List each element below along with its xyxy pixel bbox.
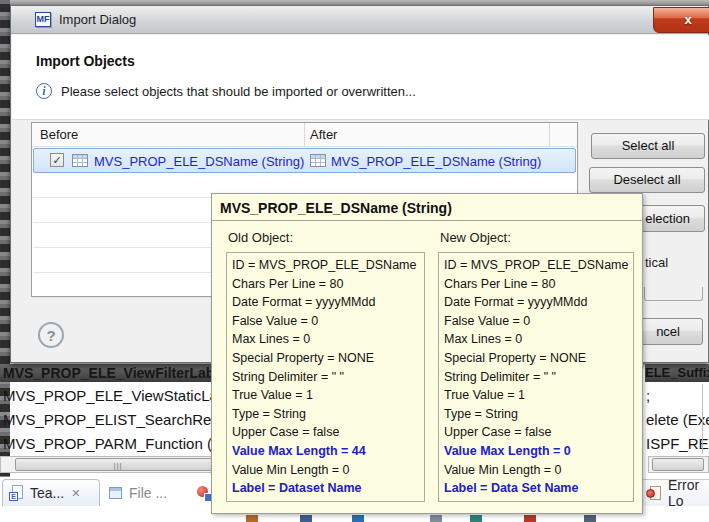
property-line: String Delimiter = " " (232, 368, 419, 387)
error-log-icon (647, 485, 663, 501)
object-type-icon (72, 154, 88, 167)
tab-label: File ... (129, 485, 167, 501)
column-header-before[interactable]: Before (40, 127, 78, 142)
old-object-label: Old Object: (228, 230, 293, 245)
close-tab-icon[interactable]: ✕ (71, 487, 80, 500)
property-line: Special Property = NONE (232, 349, 419, 368)
property-line: False Value = 0 (232, 312, 419, 331)
property-line: False Value = 0 (444, 312, 628, 331)
row-checkbox[interactable]: ✓ (50, 153, 64, 167)
mf-app-icon: MF (35, 12, 51, 27)
table-header: Before After (32, 123, 577, 147)
background-right-pane: ;elete (ExecuISPF_REX_C (646, 384, 709, 456)
new-object-label: New Object: (440, 230, 511, 245)
list-item[interactable]: ; (646, 384, 709, 408)
toolbar-fragment (470, 515, 482, 522)
pane-divider (702, 384, 703, 454)
property-line: Upper Case = false (444, 423, 628, 442)
select-all-button[interactable]: Select all (591, 133, 705, 159)
screenshot-root: MVS_PROP_ELE_ViewFilterLabel (Str ELE_Su… (0, 0, 709, 522)
tab-file[interactable]: File ... (104, 479, 190, 506)
info-message: Please select objects that should be imp… (61, 84, 416, 99)
scrollbar-thumb[interactable] (652, 458, 704, 471)
property-line: Value Min Length = 0 (232, 461, 419, 480)
column-header-after[interactable]: After (310, 127, 337, 142)
before-object-name: MVS_PROP_ELE_DSName (String) (94, 154, 304, 169)
property-line: Label = Data Set Name (444, 479, 628, 498)
dialog-title: Import Dialog (59, 12, 136, 27)
info-icon: i (36, 83, 52, 99)
scrollbar-thumb[interactable]: ||| (15, 458, 221, 471)
new-object-properties: ID = MVS_PROP_ELE_DSNameChars Per Line =… (438, 252, 634, 502)
tab-team-active[interactable]: E Tea... ✕ (2, 479, 100, 506)
tab-error-log[interactable]: Error Lo (641, 479, 709, 506)
table-row-selected[interactable]: ✓ MVS_PROP_ELE_DSName (String) MVS_PROP_… (33, 148, 576, 173)
property-line: Type = String (232, 405, 419, 424)
toolbar-fragment (352, 515, 364, 522)
team-sync-icon (196, 485, 212, 501)
property-line: String Delimiter = " " (444, 368, 628, 387)
property-line: Date Format = yyyyMMdd (232, 293, 419, 312)
dialog-header-area: Import Objects i Please select objects t… (12, 35, 709, 120)
object-compare-tooltip: MVS_PROP_ELE_DSName (String) Old Object:… (211, 193, 643, 514)
tooltip-title: MVS_PROP_ELE_DSName (String) (212, 194, 642, 221)
column-divider[interactable] (549, 123, 550, 147)
toolbar-fragment (246, 515, 258, 522)
close-button[interactable]: x (653, 7, 709, 33)
property-line: Value Min Length = 0 (444, 461, 628, 480)
hidden-button-edge[interactable] (644, 287, 703, 301)
property-line: ID = MVS_PROP_ELE_DSName (232, 256, 419, 275)
list-item[interactable]: elete (Execu (646, 408, 709, 432)
toolbar-fragment (300, 515, 312, 522)
property-line: Upper Case = false (232, 423, 419, 442)
background-selected-row-right-fragment: ELE_Suffix (645, 364, 709, 382)
property-line: Value Max Length = 44 (232, 442, 419, 461)
file-tab-icon (108, 485, 124, 501)
after-object-name: MVS_PROP_ELE_DSName (String) (331, 154, 541, 169)
horizontal-scrollbar-right[interactable] (648, 456, 709, 473)
help-button[interactable]: ? (38, 322, 64, 348)
toolbar-fragment (524, 515, 536, 522)
tab-label: Tea... (30, 485, 64, 501)
property-line: True Value = 1 (232, 386, 419, 405)
deselect-all-button[interactable]: Deselect all (589, 167, 705, 193)
list-item[interactable]: ISPF_REX_C (646, 432, 709, 456)
property-line: ID = MVS_PROP_ELE_DSName (444, 256, 628, 275)
dialog-titlebar[interactable]: MF Import Dialog (11, 6, 708, 34)
property-line: Max Lines = 0 (444, 330, 628, 349)
object-type-icon (310, 154, 326, 167)
team-tab-icon: E (9, 485, 25, 501)
identical-option-label-partial[interactable]: tical (645, 255, 668, 270)
old-object-properties: ID = MVS_PROP_ELE_DSNameChars Per Line =… (226, 252, 425, 502)
property-line: Special Property = NONE (444, 349, 628, 368)
info-message-row: i Please select objects that should be i… (36, 83, 416, 99)
tab-label: Error Lo (668, 477, 709, 509)
column-divider[interactable] (304, 123, 305, 147)
toolbar-fragment (430, 515, 442, 522)
property-line: Date Format = yyyyMMdd (444, 293, 628, 312)
property-line: Chars Per Line = 80 (444, 275, 628, 294)
property-line: Chars Per Line = 80 (232, 275, 419, 294)
page-title: Import Objects (36, 53, 135, 69)
property-line: Value Max Length = 0 (444, 442, 628, 461)
property-line: Type = String (444, 405, 628, 424)
property-line: Max Lines = 0 (232, 330, 419, 349)
property-line: True Value = 1 (444, 386, 628, 405)
toolbar-fragment (584, 515, 596, 522)
property-line: Label = Dataset Name (232, 479, 419, 498)
